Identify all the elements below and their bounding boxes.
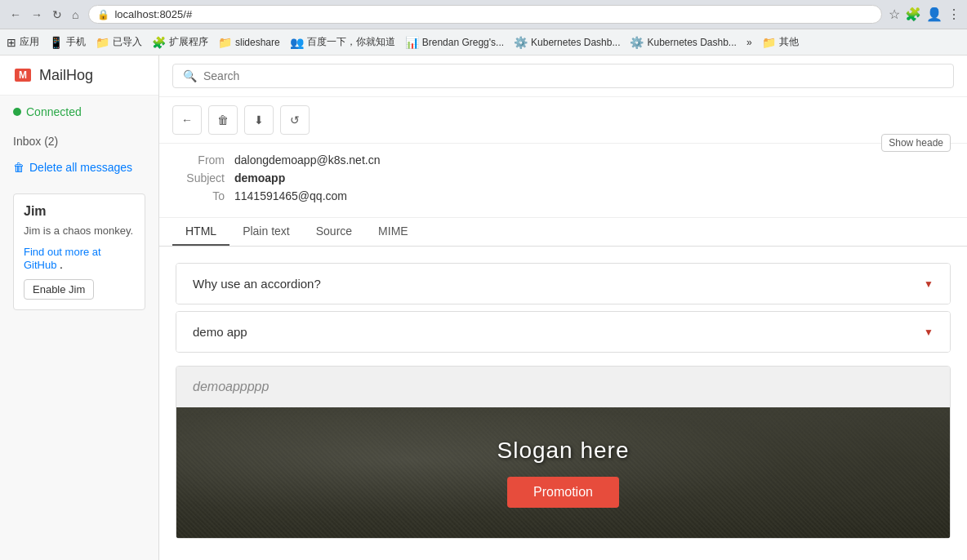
bookmark-extensions[interactable]: 🧩 扩展程序 — [152, 35, 208, 49]
jim-link-container: Find out more at GitHub . — [24, 245, 135, 271]
delete-email-button[interactable]: 🗑 — [208, 105, 238, 135]
jim-link-text: Find out more at — [24, 246, 101, 258]
delete-all-link[interactable]: 🗑 Delete all messages — [0, 154, 158, 180]
tab-plaintext[interactable]: Plain text — [229, 218, 303, 246]
main-content: 🔍 ← 🗑 ⬇ ↺ — [159, 56, 967, 560]
accordion-header-1[interactable]: Why use an accordion? ▼ — [176, 264, 950, 304]
tab-source[interactable]: Source — [303, 218, 365, 246]
preview-gray-area: demoappppp — [176, 367, 950, 407]
bookmark-baidu[interactable]: 👥 百度一下，你就知道 — [290, 35, 395, 49]
menu-icon[interactable]: ⋮ — [947, 7, 960, 22]
show-headers-button[interactable]: Show heade — [881, 134, 951, 152]
from-label: From — [176, 153, 225, 167]
tab-html[interactable]: HTML — [172, 218, 229, 246]
inbox-link[interactable]: Inbox (2) — [13, 135, 58, 148]
subject-row: Subject demoapp — [176, 171, 951, 184]
jim-github-link[interactable]: GitHub — [24, 259, 56, 271]
jim-title: Jim — [24, 204, 135, 219]
bookmark-brendan[interactable]: 📊 Brendan Gregg's... — [405, 36, 504, 49]
back-arrow-icon: ← — [181, 113, 193, 127]
phone-icon: 📱 — [49, 36, 63, 49]
bookmark-apps[interactable]: ⊞ 应用 — [7, 35, 39, 49]
promotion-button[interactable]: Promotion — [507, 477, 619, 508]
bookmark-imported-label: 已导入 — [113, 35, 142, 49]
bookmarks-bar: ⊞ 应用 📱 手机 📁 已导入 🧩 扩展程序 📁 slideshare 👥 百度… — [0, 29, 967, 56]
download-icon: ⬇ — [254, 113, 264, 127]
bookmark-baidu-label: 百度一下，你就知道 — [307, 35, 395, 49]
bookmark-k8s-1[interactable]: ⚙️ Kubernetes Dashb... — [514, 36, 620, 49]
bookmark-slideshare[interactable]: 📁 slideshare — [218, 36, 280, 49]
enable-jim-button[interactable]: Enable Jim — [24, 279, 94, 300]
star-icon[interactable]: ☆ — [889, 7, 900, 22]
mailhog-title: MailHog — [39, 67, 93, 84]
k8s-icon-1: ⚙️ — [514, 36, 528, 49]
forward-button[interactable]: → — [28, 5, 46, 24]
app-preview: demoappppp Slogan here Promotion — [176, 366, 951, 539]
tab-mime[interactable]: MIME — [365, 218, 421, 246]
status-text: Connected — [26, 105, 82, 118]
email-body: Why use an accordion? ▼ demo app ▼ demoa… — [159, 247, 967, 555]
sidebar: M MailHog Connected Inbox (2) 🗑 Delete a… — [0, 56, 159, 560]
search-bar-container: 🔍 — [159, 56, 967, 97]
email-area: ← 🗑 ⬇ ↺ Show heade From dalongdemoapp@k8… — [159, 97, 967, 560]
bookmark-phone[interactable]: 📱 手机 — [49, 35, 86, 49]
bookmark-more[interactable]: » — [746, 37, 752, 48]
bookmark-brendan-label: Brendan Gregg's... — [422, 37, 504, 48]
folder-icon-other: 📁 — [762, 36, 776, 49]
refresh-button[interactable]: ↻ — [49, 5, 65, 24]
accordion-arrow-1: ▼ — [924, 278, 934, 290]
to-row: To 1141591465@qq.com — [176, 189, 951, 202]
extension-icon: 🧩 — [152, 36, 166, 49]
svg-text:M: M — [19, 69, 27, 81]
folder-icon-1: 📁 — [96, 36, 109, 49]
trash-icon: 🗑 — [13, 161, 25, 174]
accordion-item-1: Why use an accordion? ▼ — [176, 263, 951, 304]
accordion-title-1: Why use an accordion? — [193, 277, 321, 291]
bookmark-phone-label: 手机 — [66, 35, 86, 49]
sidebar-status: Connected — [0, 96, 158, 128]
address-bar[interactable]: 🔒 localhost:8025/# — [88, 5, 882, 24]
bookmark-extensions-label: 扩展程序 — [169, 35, 208, 49]
mailhog-logo-icon: M — [13, 65, 33, 85]
delete-icon: 🗑 — [217, 113, 229, 127]
bookmark-other[interactable]: 📁 其他 — [762, 35, 799, 49]
email-tabs: HTML Plain text Source MIME — [159, 218, 967, 247]
bookmark-other-label: 其他 — [779, 35, 799, 49]
to-label: To — [176, 189, 225, 202]
from-value: dalongdemoapp@k8s.net.cn — [234, 153, 380, 167]
lock-icon: 🔒 — [97, 9, 109, 20]
baidu-icon: 👥 — [290, 36, 304, 49]
k8s-icon-2: ⚙️ — [630, 36, 644, 49]
back-button[interactable]: ← — [7, 5, 25, 24]
app-container: M MailHog Connected Inbox (2) 🗑 Delete a… — [0, 56, 967, 560]
accordion-header-2[interactable]: demo app ▼ — [176, 312, 950, 352]
bookmark-apps-label: 应用 — [20, 35, 39, 49]
chart-icon: 📊 — [405, 36, 419, 49]
refresh-icon: ↺ — [290, 113, 300, 127]
sidebar-nav: Inbox (2) — [0, 128, 158, 154]
bookmark-imported[interactable]: 📁 已导入 — [96, 35, 142, 49]
back-email-button[interactable]: ← — [172, 105, 202, 135]
delete-label: Delete all messages — [29, 161, 132, 174]
folder-icon-2: 📁 — [218, 36, 232, 49]
home-button[interactable]: ⌂ — [69, 5, 82, 24]
email-toolbar: ← 🗑 ⬇ ↺ — [159, 97, 967, 144]
apps-icon: ⊞ — [7, 36, 16, 49]
bookmark-slideshare-label: slideshare — [235, 37, 280, 48]
jim-box: Jim Jim is a chaos monkey. Find out more… — [13, 193, 145, 310]
from-row: From dalongdemoapp@k8s.net.cn — [176, 153, 951, 167]
bookmark-k8s-2[interactable]: ⚙️ Kubernetes Dashb... — [630, 36, 736, 49]
profile-icon[interactable]: 👤 — [926, 7, 942, 22]
accordion-title-2: demo app — [193, 325, 247, 339]
refresh-email-button[interactable]: ↺ — [280, 105, 310, 135]
email-headers: Show heade From dalongdemoapp@k8s.net.cn… — [159, 144, 967, 218]
to-value: 1141591465@qq.com — [234, 189, 347, 202]
search-icon: 🔍 — [183, 69, 197, 82]
download-email-button[interactable]: ⬇ — [244, 105, 274, 135]
search-input[interactable] — [203, 69, 943, 82]
jim-period: . — [60, 258, 63, 271]
tree-overlay — [176, 407, 950, 538]
preview-app-name: demoappppp — [193, 380, 269, 393]
slogan-text: Slogan here — [497, 438, 629, 464]
extensions-icon[interactable]: 🧩 — [905, 7, 921, 22]
